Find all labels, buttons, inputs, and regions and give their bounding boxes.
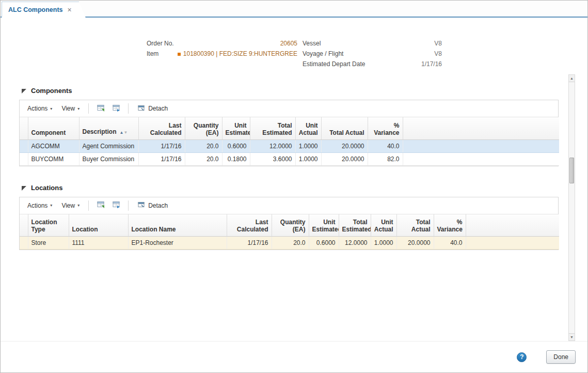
scroll-up-icon[interactable]: ▲ <box>569 75 575 82</box>
column-header[interactable]: Quantity (EA) <box>185 117 222 139</box>
column-header[interactable]: Quantity (EA) <box>272 214 309 237</box>
chevron-down-icon: ▾ <box>77 106 80 111</box>
detach-label: Detach <box>148 105 168 112</box>
table-cell[interactable]: 1/17/16 <box>227 237 272 250</box>
column-header-filler <box>403 117 559 139</box>
table-cell[interactable]: 0.6000 <box>309 237 339 250</box>
depart-date-label: Estimated Depart Date <box>303 60 385 68</box>
column-header[interactable]: % Variance <box>368 117 403 139</box>
vessel-row: Vessel V8 <box>303 38 442 49</box>
table-cell[interactable]: 1.0000 <box>295 139 321 152</box>
view-menu-label: View <box>61 202 75 209</box>
actions-menu-button[interactable]: Actions▾ <box>23 199 57 212</box>
view-menu-button[interactable]: View▾ <box>57 102 84 115</box>
toolbar-separator <box>128 103 129 114</box>
table-cell[interactable]: 20.0 <box>185 152 222 165</box>
column-header[interactable]: Total Estimated <box>250 117 295 139</box>
done-button[interactable]: Done <box>546 350 576 364</box>
table-cell[interactable]: 40.0 <box>368 139 403 152</box>
table-cell[interactable]: 1.0000 <box>371 237 396 250</box>
tab-alc-components[interactable]: ALC Components × <box>2 2 86 18</box>
column-header[interactable]: Total Actual <box>321 117 368 139</box>
detach-button[interactable]: Detach <box>133 102 172 116</box>
table-cell[interactable]: Buyer Commission <box>79 152 138 165</box>
table-cell[interactable]: 1/17/16 <box>138 139 185 152</box>
item-value-text: 101800390 | FED:SIZE 9:HUNTERGREE <box>183 50 297 57</box>
table-cell[interactable]: 1/17/16 <box>138 152 185 165</box>
view-menu-button[interactable]: View▾ <box>57 199 84 212</box>
column-header[interactable]: Description▲▼ <box>79 117 138 139</box>
table-cell[interactable]: Agent Commission <box>79 139 138 152</box>
table-cell[interactable]: 20.0000 <box>321 139 368 152</box>
actions-menu-button[interactable]: Actions▾ <box>23 102 57 115</box>
table-row[interactable]: AGCOMM Agent Commission 1/17/16 20.0 0.6… <box>20 139 559 152</box>
table-cell[interactable]: 12.0000 <box>339 237 371 250</box>
column-header[interactable]: Unit Estimated <box>222 117 250 139</box>
components-toolbar: Actions▾ View▾ Detach <box>20 100 558 117</box>
sort-descending-icon[interactable]: ▼ <box>123 130 128 135</box>
row-stub[interactable] <box>20 139 28 152</box>
column-header[interactable]: Unit Actual <box>295 117 321 139</box>
tab-title: ALC Components <box>8 6 63 13</box>
tab-close-icon[interactable]: × <box>68 6 72 13</box>
column-header[interactable]: Unit Estimated <box>309 214 339 237</box>
locations-disclosure-icon[interactable] <box>21 185 27 191</box>
vessel-value: V8 <box>385 40 442 47</box>
chevron-down-icon: ▾ <box>50 106 52 111</box>
table-cell-filler <box>466 237 559 250</box>
scrollbar-thumb[interactable] <box>569 158 574 183</box>
components-section-title: Components <box>31 87 72 95</box>
row-stub[interactable] <box>20 237 28 250</box>
order-header-left: Order No. 20605 Item 101800390 | FED:SIZ… <box>147 38 297 69</box>
table-cell[interactable]: 40.0 <box>434 237 466 250</box>
table-row[interactable]: Store 1111 EP1-Rochester 1/17/16 20.0 0.… <box>20 237 559 250</box>
vertical-scrollbar[interactable]: ▲ ▼ <box>568 74 575 341</box>
components-disclosure-icon[interactable] <box>21 88 27 94</box>
help-button[interactable]: ? <box>517 352 527 362</box>
table-cell[interactable]: EP1-Rochester <box>128 237 227 250</box>
order-header-right: Vessel V8 Voyage / Flight V8 Estimated D… <box>303 38 442 69</box>
locations-table: Location Type Location Location Name Las… <box>20 214 559 250</box>
table-cell[interactable]: 20.0 <box>272 237 309 250</box>
table-cell[interactable]: 0.6000 <box>222 139 250 152</box>
column-header[interactable]: Location <box>69 214 128 237</box>
depart-date-value: 1/17/16 <box>385 60 442 68</box>
column-header[interactable]: Location Type <box>28 214 69 237</box>
table-cell[interactable]: 82.0 <box>368 152 403 165</box>
column-header[interactable]: Total Actual <box>396 214 434 237</box>
column-header[interactable]: Last Calculated <box>138 117 185 139</box>
table-cell[interactable]: AGCOMM <box>28 139 79 152</box>
table-cell[interactable]: BUYCOMM <box>28 152 79 165</box>
table-cell[interactable]: 1111 <box>69 237 128 250</box>
freeze-button[interactable] <box>108 198 124 212</box>
table-row[interactable]: BUYCOMM Buyer Commission 1/17/16 20.0 0.… <box>20 152 559 165</box>
table-cell[interactable]: 20.0000 <box>321 152 368 165</box>
detach-button[interactable]: Detach <box>133 198 172 212</box>
detach-icon <box>137 104 148 114</box>
column-header[interactable]: Location Name <box>128 214 227 237</box>
alc-components-window: ALC Components × Order No. 20605 Item 10… <box>0 0 588 373</box>
column-header-label: Description <box>83 128 117 135</box>
table-cell-filler <box>403 152 559 165</box>
column-header[interactable]: % Variance <box>434 214 466 237</box>
table-cell[interactable]: 12.0000 <box>250 139 295 152</box>
table-cell[interactable]: 20.0000 <box>396 237 434 250</box>
table-cell[interactable]: 1.0000 <box>295 152 321 165</box>
column-header[interactable]: Unit Actual <box>371 214 396 237</box>
table-cell[interactable]: 20.0 <box>185 139 222 152</box>
locations-panel: Actions▾ View▾ Detach Location <box>19 197 559 251</box>
freeze-button[interactable] <box>108 102 124 116</box>
table-cell[interactable]: 0.1800 <box>222 152 250 165</box>
locations-section-header: Locations <box>21 184 559 192</box>
table-cell-filler <box>403 139 559 152</box>
row-stub[interactable] <box>20 152 28 165</box>
export-button[interactable] <box>93 198 108 212</box>
export-button[interactable] <box>93 102 108 116</box>
column-header[interactable]: Component <box>28 117 79 139</box>
column-header[interactable]: Last Calculated <box>227 214 272 237</box>
order-no-label: Order No. <box>147 40 183 47</box>
column-header[interactable]: Total Estimated <box>339 214 371 237</box>
table-cell[interactable]: 3.6000 <box>250 152 295 165</box>
scroll-down-icon[interactable]: ▼ <box>569 333 575 340</box>
table-cell[interactable]: Store <box>28 237 69 250</box>
